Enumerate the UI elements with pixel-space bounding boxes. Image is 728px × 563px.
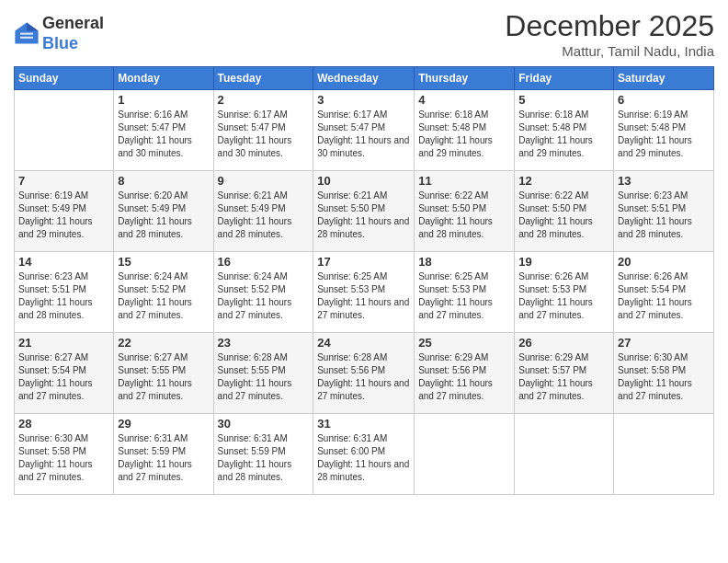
- table-row: 9Sunrise: 6:21 AMSunset: 5:49 PMDaylight…: [213, 171, 313, 252]
- day-number: 1: [118, 93, 209, 107]
- day-number: 2: [218, 93, 310, 107]
- day-info: Sunrise: 6:16 AMSunset: 5:47 PMDaylight:…: [118, 109, 209, 160]
- day-number: 14: [18, 255, 109, 269]
- table-row: 6Sunrise: 6:19 AMSunset: 5:48 PMDaylight…: [614, 90, 714, 171]
- table-row: 20Sunrise: 6:26 AMSunset: 5:54 PMDayligh…: [614, 252, 714, 333]
- day-number: 21: [18, 336, 109, 350]
- page-container: General Blue December 2025 Mattur, Tamil…: [0, 0, 728, 563]
- svg-rect-3: [20, 36, 33, 38]
- day-number: 16: [218, 255, 310, 269]
- day-number: 19: [518, 255, 609, 269]
- day-info: Sunrise: 6:21 AMSunset: 5:49 PMDaylight:…: [218, 190, 310, 241]
- day-number: 15: [118, 255, 209, 269]
- day-info: Sunrise: 6:27 AMSunset: 5:55 PMDaylight:…: [118, 351, 209, 403]
- logo-blue: Blue: [42, 34, 78, 52]
- logo: General Blue: [14, 14, 104, 53]
- day-info: Sunrise: 6:17 AMSunset: 5:47 PMDaylight:…: [218, 109, 310, 160]
- day-number: 22: [118, 336, 209, 350]
- logo-text: General Blue: [42, 14, 104, 53]
- day-info: Sunrise: 6:31 AMSunset: 5:59 PMDaylight:…: [218, 432, 310, 484]
- table-row: [614, 414, 714, 495]
- table-row: 5Sunrise: 6:18 AMSunset: 5:48 PMDaylight…: [515, 90, 614, 171]
- table-row: 11Sunrise: 6:22 AMSunset: 5:50 PMDayligh…: [415, 171, 515, 252]
- table-row: 23Sunrise: 6:28 AMSunset: 5:55 PMDayligh…: [213, 333, 313, 414]
- month-title: December 2025: [505, 9, 714, 43]
- day-number: 28: [18, 417, 109, 431]
- calendar-week-row: 1Sunrise: 6:16 AMSunset: 5:47 PMDaylight…: [15, 90, 714, 171]
- days-header-row: Sunday Monday Tuesday Wednesday Thursday…: [15, 67, 714, 90]
- table-row: 26Sunrise: 6:29 AMSunset: 5:57 PMDayligh…: [515, 333, 614, 414]
- logo-general: General: [42, 14, 104, 32]
- day-info: Sunrise: 6:31 AMSunset: 6:00 PMDaylight:…: [317, 432, 410, 484]
- day-info: Sunrise: 6:26 AMSunset: 5:53 PMDaylight:…: [518, 270, 609, 322]
- header-friday: Friday: [515, 67, 614, 90]
- table-row: 19Sunrise: 6:26 AMSunset: 5:53 PMDayligh…: [515, 252, 614, 333]
- day-number: 31: [317, 417, 410, 431]
- day-number: 27: [618, 336, 710, 350]
- day-number: 12: [518, 174, 609, 188]
- header-monday: Monday: [114, 67, 213, 90]
- day-number: 29: [118, 417, 209, 431]
- table-row: 2Sunrise: 6:17 AMSunset: 5:47 PMDaylight…: [213, 90, 313, 171]
- table-row: 4Sunrise: 6:18 AMSunset: 5:48 PMDaylight…: [415, 90, 515, 171]
- table-row: 25Sunrise: 6:29 AMSunset: 5:56 PMDayligh…: [415, 333, 515, 414]
- day-info: Sunrise: 6:28 AMSunset: 5:55 PMDaylight:…: [218, 351, 310, 403]
- header: General Blue December 2025 Mattur, Tamil…: [14, 9, 714, 59]
- table-row: [15, 90, 114, 171]
- table-row: 13Sunrise: 6:23 AMSunset: 5:51 PMDayligh…: [614, 171, 714, 252]
- day-info: Sunrise: 6:23 AMSunset: 5:51 PMDaylight:…: [18, 270, 109, 322]
- table-row: 10Sunrise: 6:21 AMSunset: 5:50 PMDayligh…: [313, 171, 415, 252]
- table-row: 31Sunrise: 6:31 AMSunset: 6:00 PMDayligh…: [313, 414, 415, 495]
- day-info: Sunrise: 6:17 AMSunset: 5:47 PMDaylight:…: [317, 109, 410, 160]
- header-saturday: Saturday: [614, 67, 714, 90]
- table-row: 1Sunrise: 6:16 AMSunset: 5:47 PMDaylight…: [114, 90, 213, 171]
- day-number: 3: [317, 93, 410, 107]
- table-row: 28Sunrise: 6:30 AMSunset: 5:58 PMDayligh…: [15, 414, 114, 495]
- day-info: Sunrise: 6:19 AMSunset: 5:49 PMDaylight:…: [18, 190, 109, 241]
- table-row: 3Sunrise: 6:17 AMSunset: 5:47 PMDaylight…: [313, 90, 415, 171]
- calendar-week-row: 14Sunrise: 6:23 AMSunset: 5:51 PMDayligh…: [15, 252, 714, 333]
- day-number: 25: [418, 336, 510, 350]
- table-row: 24Sunrise: 6:28 AMSunset: 5:56 PMDayligh…: [313, 333, 415, 414]
- table-row: 8Sunrise: 6:20 AMSunset: 5:49 PMDaylight…: [114, 171, 213, 252]
- table-row: 7Sunrise: 6:19 AMSunset: 5:49 PMDaylight…: [15, 171, 114, 252]
- day-number: 6: [618, 93, 710, 107]
- day-info: Sunrise: 6:20 AMSunset: 5:49 PMDaylight:…: [118, 190, 209, 241]
- title-area: December 2025 Mattur, Tamil Nadu, India: [505, 9, 714, 59]
- svg-marker-1: [27, 22, 39, 30]
- table-row: 29Sunrise: 6:31 AMSunset: 5:59 PMDayligh…: [114, 414, 213, 495]
- day-info: Sunrise: 6:28 AMSunset: 5:56 PMDaylight:…: [317, 351, 410, 403]
- calendar: Sunday Monday Tuesday Wednesday Thursday…: [14, 66, 714, 495]
- calendar-week-row: 7Sunrise: 6:19 AMSunset: 5:49 PMDaylight…: [15, 171, 714, 252]
- day-number: 8: [118, 174, 209, 188]
- day-number: 9: [218, 174, 310, 188]
- day-number: 13: [618, 174, 710, 188]
- day-info: Sunrise: 6:22 AMSunset: 5:50 PMDaylight:…: [418, 190, 510, 241]
- day-number: 26: [518, 336, 609, 350]
- table-row: 14Sunrise: 6:23 AMSunset: 5:51 PMDayligh…: [15, 252, 114, 333]
- day-info: Sunrise: 6:21 AMSunset: 5:50 PMDaylight:…: [317, 190, 410, 241]
- table-row: [415, 414, 515, 495]
- day-number: 30: [218, 417, 310, 431]
- day-info: Sunrise: 6:30 AMSunset: 5:58 PMDaylight:…: [618, 351, 710, 403]
- day-number: 20: [618, 255, 710, 269]
- day-info: Sunrise: 6:30 AMSunset: 5:58 PMDaylight:…: [18, 432, 109, 484]
- day-info: Sunrise: 6:25 AMSunset: 5:53 PMDaylight:…: [418, 270, 510, 322]
- table-row: 22Sunrise: 6:27 AMSunset: 5:55 PMDayligh…: [114, 333, 213, 414]
- day-number: 11: [418, 174, 510, 188]
- day-number: 18: [418, 255, 510, 269]
- day-number: 17: [317, 255, 410, 269]
- day-info: Sunrise: 6:29 AMSunset: 5:56 PMDaylight:…: [418, 351, 510, 403]
- logo-icon: [14, 21, 40, 47]
- day-number: 5: [518, 93, 609, 107]
- table-row: 27Sunrise: 6:30 AMSunset: 5:58 PMDayligh…: [614, 333, 714, 414]
- table-row: 18Sunrise: 6:25 AMSunset: 5:53 PMDayligh…: [415, 252, 515, 333]
- day-info: Sunrise: 6:26 AMSunset: 5:54 PMDaylight:…: [618, 270, 710, 322]
- calendar-week-row: 21Sunrise: 6:27 AMSunset: 5:54 PMDayligh…: [15, 333, 714, 414]
- day-number: 24: [317, 336, 410, 350]
- header-tuesday: Tuesday: [213, 67, 313, 90]
- table-row: 21Sunrise: 6:27 AMSunset: 5:54 PMDayligh…: [15, 333, 114, 414]
- header-wednesday: Wednesday: [313, 67, 415, 90]
- table-row: 12Sunrise: 6:22 AMSunset: 5:50 PMDayligh…: [515, 171, 614, 252]
- table-row: 30Sunrise: 6:31 AMSunset: 5:59 PMDayligh…: [213, 414, 313, 495]
